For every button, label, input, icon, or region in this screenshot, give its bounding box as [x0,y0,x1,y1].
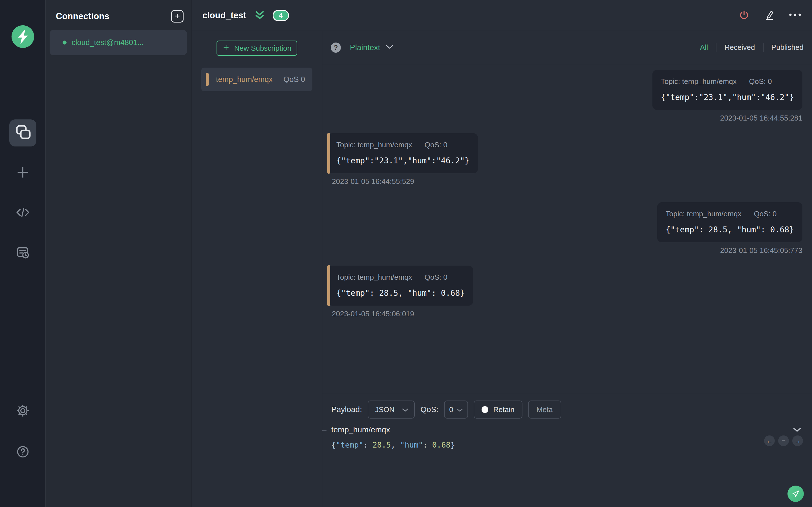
chevron-down-icon [457,405,463,414]
mqttx-app: Connections cloud_test@m4801... cloud_te… [0,0,812,507]
send-button[interactable] [788,486,804,502]
message-published: Topic: temp_hum/emqx QoS: 0 {"temp": 28.… [328,202,802,255]
disconnect-button[interactable] [738,9,750,22]
subscription-item[interactable]: temp_hum/emqx QoS 0 [201,68,312,91]
new-subscription-label: New Subscription [234,44,291,53]
message-published: Topic: temp_hum/emqx QoS: 0 {"temp":"23.… [328,70,802,122]
message-qos: QoS: 0 [754,210,777,218]
connections-title: Connections [56,11,109,21]
payload-editor-line[interactable]: {"temp": 28.5, "hum": 0.68} [331,441,802,449]
messages-toolbar: ? Plaintext All Received [322,31,812,64]
code-icon [15,205,30,221]
qos-label: QoS: [420,405,439,414]
plus-icon [15,165,30,181]
mqttx-logo-icon [11,25,35,48]
history-nav: ← − → [764,436,803,446]
message-received: Topic: temp_hum/emqx QoS: 0 {"temp":"23.… [328,133,802,186]
messages-column: ? Plaintext All Received [322,31,812,507]
retain-toggle[interactable]: Retain [474,400,522,418]
icon-rail [0,0,46,507]
qos-select[interactable]: 0 [444,400,468,418]
message-timestamp: 2023-01-05 16:45:06:019 [332,309,414,318]
payload-format-value: JSON [375,405,395,414]
subscriptions-column: New Subscription temp_hum/emqx QoS 0 [192,31,322,507]
message-qos: QoS: 0 [749,77,772,86]
connection-topbar: cloud_test 4 [192,0,812,31]
connected-status-dot [63,41,66,45]
message-topic: Topic: temp_hum/emqx [336,140,412,149]
editor-fold-tick [322,431,326,431]
nav-script[interactable] [9,200,36,226]
payload-format-select[interactable]: JSON [368,400,415,418]
message-received: Topic: temp_hum/emqx QoS: 0 {"temp": 28.… [328,266,802,318]
payload-help-icon[interactable]: ? [331,43,341,53]
message-bubble[interactable]: Topic: temp_hum/emqx QoS: 0 {"temp": 28.… [328,266,473,305]
message-topic: Topic: temp_hum/emqx [666,210,742,218]
qos-value: 0 [449,405,453,414]
message-bubble[interactable]: Topic: temp_hum/emqx QoS: 0 {"temp": 28.… [657,202,802,242]
message-qos: QoS: 0 [424,273,448,282]
power-icon [738,9,750,22]
message-topic: Topic: temp_hum/emqx [336,273,412,282]
connections-icon [9,119,36,147]
history-next-button[interactable]: → [792,436,803,446]
plus-icon [222,44,230,53]
topic-input[interactable]: temp_hum/emqx [331,425,793,434]
history-prev-button[interactable]: ← [764,436,775,446]
edit-connection-button[interactable] [763,9,775,22]
nav-log[interactable] [9,239,36,267]
message-timestamp: 2023-01-05 16:45:05:773 [720,246,802,255]
tab-received[interactable]: Received [716,43,763,52]
message-payload: {"temp":"23.1","hum":"46.2"} [336,156,469,165]
tab-all[interactable]: All [692,43,716,52]
message-bubble[interactable]: Topic: temp_hum/emqx QoS: 0 {"temp":"23.… [328,133,478,173]
connection-item[interactable]: cloud_test@m4801... [50,30,187,55]
meta-button[interactable]: Meta [528,400,561,418]
plus-icon [174,12,181,20]
message-timestamp: 2023-01-05 16:44:55:529 [332,177,414,186]
unread-count-badge[interactable]: 4 [273,10,289,21]
meta-label: Meta [537,405,553,414]
message-bubble[interactable]: Topic: temp_hum/emqx QoS: 0 {"temp":"23.… [652,70,802,110]
message-timestamp: 2023-01-05 16:44:55:281 [720,114,802,122]
chevron-down-icon [402,405,409,414]
log-clock-icon [15,245,30,261]
message-filter-tabs: All Received Published [692,43,804,52]
page-title: cloud_test [202,10,246,20]
message-payload: {"temp": 28.5, "hum": 0.68} [666,225,794,234]
message-qos: QoS: 0 [424,140,448,149]
paper-plane-icon [790,488,801,500]
chevron-down-icon [386,45,394,50]
subscription-qos: QoS 0 [283,75,305,84]
message-topic: Topic: temp_hum/emqx [661,77,737,86]
nav-settings[interactable] [9,398,36,425]
publish-panel: Payload: JSON QoS: 0 [322,393,812,507]
nav-connections[interactable] [9,119,36,147]
more-options-button[interactable] [789,13,801,18]
format-label: Plaintext [350,43,380,52]
scroll-to-bottom-icon[interactable] [254,11,265,20]
help-icon [15,445,30,460]
gear-icon [16,404,30,419]
payload-format-label: Payload: [331,405,362,414]
add-connection-button[interactable] [171,10,184,22]
message-payload: {"temp":"23.1","hum":"46.2"} [661,93,794,102]
new-subscription-button[interactable]: New Subscription [216,41,297,56]
main-area: cloud_test 4 [192,0,812,507]
message-payload: {"temp": 28.5, "hum": 0.68} [336,288,465,298]
subscription-topic: temp_hum/emqx [216,75,273,84]
connections-panel: Connections cloud_test@m4801... [46,0,192,507]
retain-label: Retain [493,405,515,414]
pencil-icon [763,9,775,22]
ellipsis-icon [789,13,801,18]
retain-dot-icon [481,406,488,413]
nav-new-connection[interactable] [9,159,36,186]
message-list: Topic: temp_hum/emqx QoS: 0 {"temp":"23.… [322,64,812,393]
subscription-color-bar [206,73,209,86]
message-format-select[interactable]: Plaintext [350,43,394,52]
nav-help[interactable] [9,439,36,466]
history-clear-button[interactable]: − [778,436,789,446]
connection-name: cloud_test@m4801... [71,38,144,47]
tab-published[interactable]: Published [763,43,804,52]
collapse-editor-icon[interactable] [793,427,801,432]
